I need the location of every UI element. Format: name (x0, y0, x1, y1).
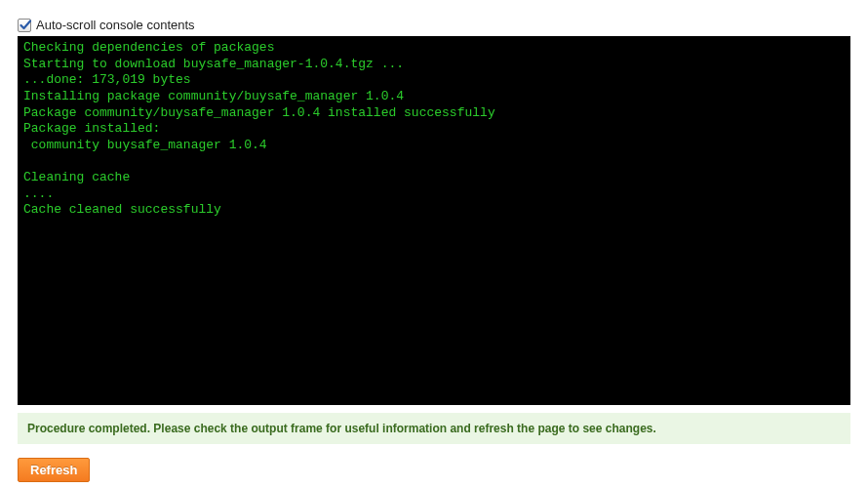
auto-scroll-label: Auto-scroll console contents (36, 18, 195, 32)
status-message: Procedure completed. Please check the ou… (27, 422, 656, 435)
refresh-button[interactable]: Refresh (18, 458, 90, 482)
auto-scroll-row: Auto-scroll console contents (18, 18, 850, 32)
console-output: Checking dependencies of packages Starti… (18, 36, 850, 405)
status-bar: Procedure completed. Please check the ou… (18, 413, 850, 444)
checkmark-icon (19, 19, 32, 32)
auto-scroll-checkbox[interactable] (18, 19, 31, 32)
